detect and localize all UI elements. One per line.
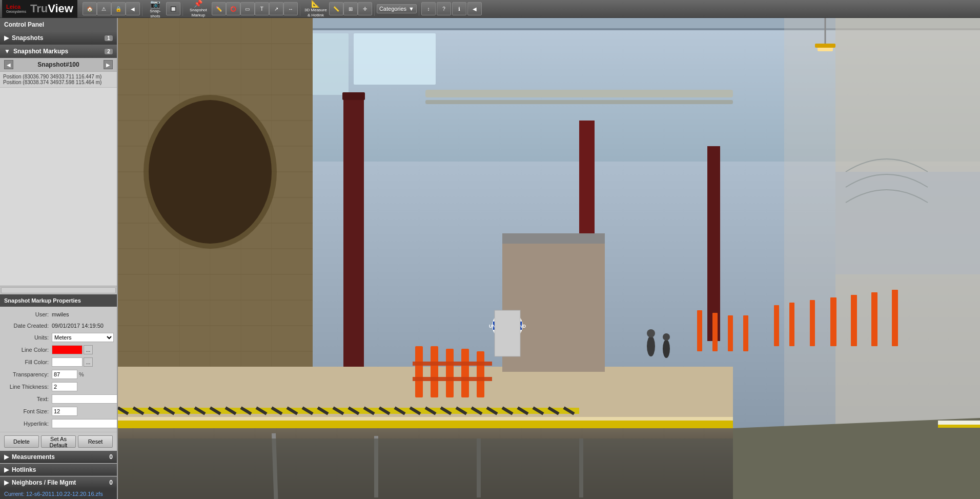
measure-hotlink-group: 📐 3D Measure& Hotlink 📏 ⊞ ✛ xyxy=(302,2,375,16)
main-toolbar: Leica Geosystems TruView 🏠 ⚠ 🔒 ◀ 📷 Snap-… xyxy=(0,0,980,18)
snapshots-group: 📷 Snap-shots 🔲 xyxy=(145,2,183,16)
snapshot-nav: ◀ Snapshot#100 ▶ xyxy=(0,58,117,72)
svg-rect-112 xyxy=(938,425,980,428)
lock-button[interactable]: 🔒 xyxy=(111,2,126,15)
app-logo: Leica Geosystems TruView xyxy=(2,0,77,18)
svg-rect-33 xyxy=(342,92,365,100)
rect-btn[interactable]: ▭ xyxy=(240,2,255,15)
hotlinks-label: Hotlinks xyxy=(12,466,36,473)
draw-pen-btn[interactable]: ✏️ xyxy=(212,2,226,15)
svg-rect-32 xyxy=(343,95,364,403)
font-size-input[interactable]: 12 xyxy=(52,407,77,416)
measurements-badge: 0 xyxy=(109,453,113,461)
fill-color-browse-btn[interactable]: ... xyxy=(84,357,93,367)
scroll-area[interactable] xyxy=(0,88,117,286)
line-color-box[interactable] xyxy=(52,345,83,354)
arrow-btn[interactable]: ↗ xyxy=(269,2,283,15)
svg-point-85 xyxy=(647,336,655,356)
leica-text: Leica xyxy=(6,4,21,10)
left-panel: Control Panel ▶ Snapshots 1 ▼ Snapshot M… xyxy=(0,18,118,499)
units-select[interactable]: Meters Feet xyxy=(52,333,114,342)
text-btn[interactable]: T xyxy=(255,2,269,15)
hyperlink-label: Hyperlink: xyxy=(3,421,52,427)
transparency-label: Transparency: xyxy=(3,371,52,377)
snapshot-prev-btn[interactable]: ◀ xyxy=(4,60,13,69)
svg-rect-45 xyxy=(415,346,423,397)
fill-color-box[interactable] xyxy=(52,357,83,367)
main-content: Control Panel ▶ Snapshots 1 ▼ Snapshot M… xyxy=(0,18,980,499)
categories-dropdown[interactable]: Categories ▼ xyxy=(377,4,417,13)
svg-rect-108 xyxy=(851,295,857,346)
measure-tool-1[interactable]: 📏 xyxy=(329,2,343,15)
toolbar-icon-2[interactable]: ? xyxy=(437,2,451,15)
transparency-input[interactable]: 87 xyxy=(52,370,77,379)
transparency-unit: % xyxy=(79,371,84,377)
svg-rect-48 xyxy=(461,349,469,397)
line-color-browse-btn[interactable]: ... xyxy=(84,345,93,354)
svg-rect-107 xyxy=(830,297,836,346)
user-value: mwiles xyxy=(52,311,114,317)
neighbors-file-label: Neighbors / File Mgmt xyxy=(12,479,76,486)
svg-rect-96 xyxy=(815,44,835,48)
hotlinks-arrow-icon: ▶ xyxy=(4,466,9,473)
fill-color-row: Fill Color: ... xyxy=(0,356,117,368)
font-size-row: Font Size: 12 xyxy=(0,405,117,417)
svg-rect-6 xyxy=(354,33,436,85)
current-file-value: 12-s6-2011.10.22-12.20.16.zfs xyxy=(26,491,103,497)
toolbar-back-arrow[interactable]: ◀ xyxy=(467,2,482,15)
snapshot-markup-btn[interactable]: 📌 SnapshotMarkup xyxy=(185,0,212,18)
scrollbar-area xyxy=(0,286,117,294)
circle-btn[interactable]: ⭕ xyxy=(226,2,240,15)
snapshots-toolbar-btn[interactable]: 📷 Snap-shots xyxy=(145,0,166,18)
ruler-btn[interactable]: ↔ xyxy=(283,2,298,15)
set-as-default-button[interactable]: Set As Default xyxy=(41,435,76,448)
control-panel-title: Control Panel xyxy=(0,18,117,31)
svg-rect-110 xyxy=(892,290,898,346)
snapshot-markups-section-header[interactable]: ▼ Snapshot Markups 2 xyxy=(0,45,117,58)
hotlinks-section[interactable]: ▶ Hotlinks xyxy=(0,464,117,476)
svg-rect-38 xyxy=(118,421,733,428)
crosshair-btn[interactable]: ✛ xyxy=(358,2,372,15)
date-value: 09/01/2017 14:19:50 xyxy=(52,323,114,329)
measure-hotlink-btn[interactable]: 📐 3D Measure& Hotlink xyxy=(302,0,329,18)
properties-title-label: Snapshot Markup Properties xyxy=(4,297,81,304)
toolbar-icon-3[interactable]: ℹ xyxy=(452,2,466,15)
line-color-row: Line Color: ... xyxy=(0,344,117,356)
line-thickness-input[interactable]: 2 xyxy=(52,382,77,391)
snapshot-next-btn[interactable]: ▶ xyxy=(104,60,113,69)
line-thickness-label: Line Thickness: xyxy=(3,384,52,390)
svg-rect-49 xyxy=(477,351,484,397)
svg-rect-35 xyxy=(707,146,720,341)
snapshots-extra-btn[interactable]: 🔲 xyxy=(166,2,180,15)
back-button[interactable]: ◀ xyxy=(126,2,140,15)
text-row: Text: xyxy=(0,393,117,405)
text-input[interactable] xyxy=(52,394,118,404)
warning-button[interactable]: ⚠ xyxy=(97,2,111,15)
snapshots-section-header[interactable]: ▶ Snapshots 1 xyxy=(0,31,117,45)
svg-point-87 xyxy=(663,340,670,358)
line-thickness-row: Line Thickness: 2 xyxy=(0,381,117,393)
snapshots-badge: 1 xyxy=(105,35,113,41)
position-2: Position (83038.374 34937.598 115.464 m) xyxy=(3,79,114,85)
measurements-section[interactable]: ▶ Measurements 0 xyxy=(0,451,117,463)
svg-rect-100 xyxy=(697,310,702,351)
viewport[interactable]: UNDERGROUND xyxy=(118,18,980,499)
hyperlink-input[interactable] xyxy=(52,419,118,428)
toolbar-icon-1[interactable]: ↕ xyxy=(421,2,436,15)
reset-button[interactable]: Reset xyxy=(78,435,113,448)
svg-rect-104 xyxy=(774,305,779,346)
units-row: Units: Meters Feet xyxy=(0,331,117,344)
svg-rect-101 xyxy=(712,313,718,351)
geosystems-text: Geosystems xyxy=(6,10,26,13)
svg-rect-98 xyxy=(425,100,733,104)
horizontal-scrollbar[interactable] xyxy=(1,287,116,293)
current-file-row: Current: 12-s6-2011.10.22-12.20.16.zfs xyxy=(0,489,117,499)
neighbors-file-section[interactable]: ▶ Neighbors / File Mgmt 0 xyxy=(0,476,117,489)
measure-tool-2[interactable]: ⊞ xyxy=(343,2,358,15)
snapshot-markup-group: 📌 SnapshotMarkup ✏️ ⭕ ▭ T ↗ ↔ xyxy=(185,2,300,16)
svg-rect-47 xyxy=(446,349,454,397)
svg-rect-99 xyxy=(495,310,520,356)
home-button[interactable]: 🏠 xyxy=(83,2,97,15)
delete-button[interactable]: Delete xyxy=(4,435,39,448)
svg-rect-50 xyxy=(413,362,492,366)
